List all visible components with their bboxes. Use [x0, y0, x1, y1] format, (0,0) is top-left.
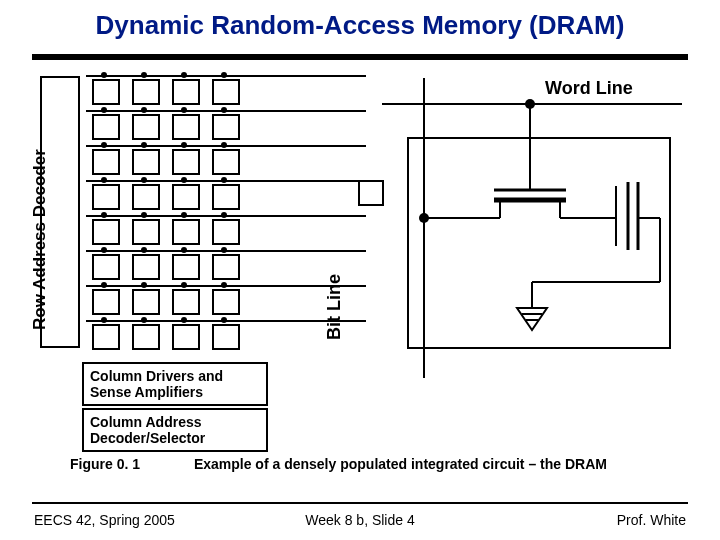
dram-cell — [92, 254, 120, 280]
footer-center: Week 8 b, Slide 4 — [0, 512, 720, 528]
dram-cell — [132, 79, 160, 105]
dram-cell — [172, 149, 200, 175]
dram-cell — [92, 149, 120, 175]
cell-contact — [101, 107, 107, 113]
dram-cell-array — [86, 75, 256, 355]
cell-contact — [141, 212, 147, 218]
cell-contact — [181, 177, 187, 183]
figure-text: Example of a densely populated integrate… — [194, 456, 624, 472]
cell-row — [86, 285, 256, 317]
cell-contact — [141, 142, 147, 148]
cell-row — [86, 110, 256, 142]
dram-cell — [132, 324, 160, 350]
dram-cell-detail — [382, 78, 682, 378]
column-decoder-box: Column Address Decoder/Selector — [82, 408, 268, 452]
bit-line-tap-box — [358, 180, 384, 206]
cell-contact — [101, 247, 107, 253]
cell-contact — [221, 282, 227, 288]
cell-row — [86, 250, 256, 282]
dram-cell — [172, 324, 200, 350]
footer-rule — [32, 502, 688, 504]
svg-rect-4 — [408, 138, 670, 348]
dram-cell — [92, 79, 120, 105]
column-drivers-box: Column Drivers and Sense Amplifiers — [82, 362, 268, 406]
cell-contact — [101, 317, 107, 323]
dram-cell — [132, 254, 160, 280]
cell-contact — [181, 282, 187, 288]
dram-cell — [172, 289, 200, 315]
figure-caption: Figure 0. 1 Example of a densely populat… — [70, 456, 670, 472]
cell-contact — [181, 142, 187, 148]
dram-cell — [172, 79, 200, 105]
dram-cell — [212, 289, 240, 315]
cell-contact — [221, 107, 227, 113]
cell-contact — [141, 177, 147, 183]
cell-contact — [221, 177, 227, 183]
dram-cell — [92, 219, 120, 245]
slide-title: Dynamic Random-Access Memory (DRAM) — [0, 10, 720, 41]
dram-cell — [172, 114, 200, 140]
cell-contact — [101, 282, 107, 288]
cell-row — [86, 75, 256, 107]
dram-cell — [212, 79, 240, 105]
dram-cell — [132, 184, 160, 210]
row-address-decoder-label: Row Address Decoder — [30, 70, 50, 330]
figure-number: Figure 0. 1 — [70, 456, 190, 472]
cell-contact — [101, 212, 107, 218]
cell-contact — [221, 142, 227, 148]
dram-cell — [172, 219, 200, 245]
cell-contact — [181, 107, 187, 113]
cell-contact — [221, 247, 227, 253]
cell-contact — [181, 72, 187, 78]
cell-contact — [181, 212, 187, 218]
cell-contact — [141, 247, 147, 253]
cell-row — [86, 145, 256, 177]
title-rule — [32, 54, 688, 60]
cell-contact — [221, 317, 227, 323]
dram-cell — [92, 114, 120, 140]
dram-cell — [92, 324, 120, 350]
dram-cell — [212, 184, 240, 210]
dram-cell — [212, 219, 240, 245]
dram-cell — [212, 324, 240, 350]
cell-row — [86, 320, 256, 352]
cell-contact — [181, 317, 187, 323]
bit-line-label: Bit Line — [324, 274, 345, 340]
cell-contact — [221, 72, 227, 78]
cell-row — [86, 180, 256, 212]
cell-contact — [101, 177, 107, 183]
cell-contact — [141, 72, 147, 78]
dram-cell — [132, 149, 160, 175]
dram-cell — [132, 219, 160, 245]
dram-cell — [92, 289, 120, 315]
dram-cell — [92, 184, 120, 210]
cell-contact — [221, 212, 227, 218]
cell-row — [86, 215, 256, 247]
dram-cell — [212, 149, 240, 175]
cell-contact — [141, 282, 147, 288]
dram-cell — [212, 254, 240, 280]
cell-contact — [141, 107, 147, 113]
dram-cell — [212, 114, 240, 140]
dram-cell — [132, 289, 160, 315]
dram-cell-svg — [382, 78, 682, 378]
dram-cell — [132, 114, 160, 140]
cell-contact — [101, 72, 107, 78]
cell-contact — [101, 142, 107, 148]
footer-right: Prof. White — [617, 512, 686, 528]
cell-contact — [181, 247, 187, 253]
dram-cell — [172, 254, 200, 280]
cell-contact — [141, 317, 147, 323]
dram-cell — [172, 184, 200, 210]
